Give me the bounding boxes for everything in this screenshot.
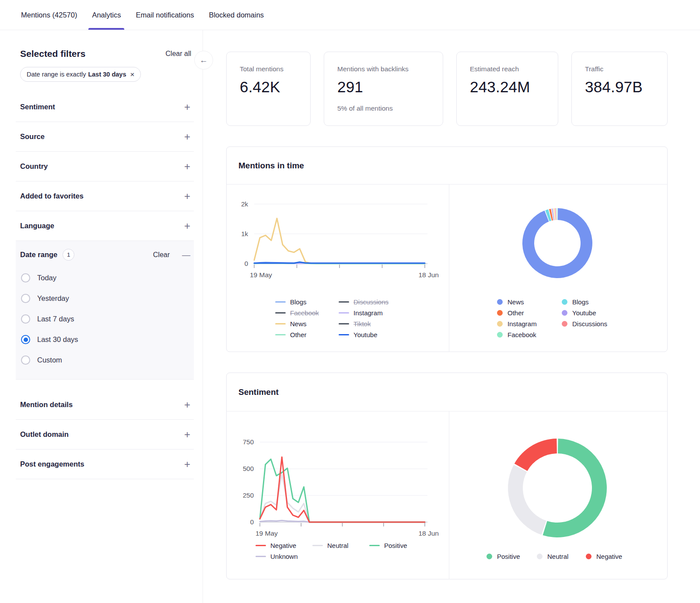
legend-item-discussions[interactable]: Discussions [562, 319, 607, 328]
sidebar-section-language[interactable]: Language+ [16, 211, 194, 241]
date-range-title: Date range [20, 251, 57, 259]
color-swatch [275, 323, 286, 324]
legend-label: Discussions [572, 320, 607, 328]
stat-card-value: 384.97B [585, 78, 654, 96]
donut-slice-facebook[interactable] [556, 208, 557, 220]
color-swatch [562, 321, 567, 327]
legend-label: Facebook [508, 331, 536, 338]
tab-mentions-42570[interactable]: Mentions (42570) [21, 0, 77, 30]
legend-item-positive[interactable]: Positive [369, 541, 407, 550]
section-title: Added to favorites [20, 192, 84, 200]
legend-label: Other [508, 309, 524, 317]
legend-label: Tiktok [354, 320, 371, 328]
color-swatch [312, 545, 323, 546]
stat-card-label: Traffic [585, 65, 654, 73]
plus-icon: + [184, 191, 190, 202]
sidebar-divider [203, 30, 203, 603]
donut-slice-neutral[interactable] [508, 465, 546, 535]
svg-text:19 May: 19 May [256, 530, 278, 537]
sources-donut-chart [449, 185, 668, 352]
legend-item-tiktok[interactable]: Tiktok [339, 319, 371, 328]
filter-sections-bottom: Mention details+Outlet domain+Post engag… [16, 390, 194, 479]
color-swatch [537, 554, 542, 559]
svg-text:500: 500 [243, 465, 254, 472]
donut-slice-news[interactable] [522, 208, 592, 278]
legend-label: Positive [497, 553, 520, 560]
radio-option-today[interactable]: Today [20, 268, 190, 288]
tab-blocked-domains[interactable]: Blocked domains [209, 0, 264, 30]
legend-item-youtube[interactable]: Youtube [339, 330, 378, 339]
tab-email-notifications[interactable]: Email notifications [136, 0, 194, 30]
stat-card-traffic: Traffic384.97B [571, 52, 668, 126]
mentions-line-chart: 01k2k19 May18 Jun [227, 185, 448, 352]
sidebar-section-added-to-favorites[interactable]: Added to favorites+ [16, 181, 194, 211]
legend-item-facebook[interactable]: Facebook [275, 308, 319, 317]
sidebar-section-source[interactable]: Source+ [16, 122, 194, 152]
legend-label: Negative [270, 542, 296, 549]
stat-card-mentions-with-backlinks: Mentions with backlinks2915% of all ment… [324, 52, 443, 126]
legend-item-negative[interactable]: Negative [586, 552, 622, 561]
legend-label: Other [290, 331, 307, 338]
sidebar-section-mention-details[interactable]: Mention details+ [16, 390, 194, 420]
donut-slice-discussions[interactable] [555, 208, 556, 220]
plus-icon: + [184, 429, 190, 440]
tab-analytics[interactable]: Analytics [92, 0, 121, 30]
legend-item-news[interactable]: News [275, 319, 307, 328]
sidebar-section-sentiment[interactable]: Sentiment+ [16, 92, 194, 122]
filter-chip-date-range[interactable]: Date range is exactly Last 30 days × [20, 67, 141, 82]
svg-text:750: 750 [243, 438, 254, 446]
legend-item-news[interactable]: News [497, 297, 524, 306]
legend-label: Instagram [354, 309, 383, 317]
section-title: Source [20, 132, 45, 141]
date-range-options: TodayYesterdayLast 7 daysLast 30 daysCus… [20, 268, 190, 370]
legend-item-youtube[interactable]: Youtube [562, 308, 596, 317]
plus-icon: + [184, 161, 190, 172]
date-range-count-badge: 1 [63, 249, 74, 261]
legend-item-blogs[interactable]: Blogs [562, 297, 589, 306]
legend-item-other[interactable]: Other [275, 330, 307, 339]
legend-item-facebook[interactable]: Facebook [497, 330, 536, 339]
svg-text:0: 0 [250, 518, 254, 526]
legend-label: News [290, 320, 307, 328]
plus-icon: + [184, 132, 190, 142]
legend-item-positive[interactable]: Positive [486, 552, 520, 561]
filter-sections-top: Sentiment+Source+Country+Added to favori… [16, 92, 194, 241]
stat-card-note: 5% of all mentions [337, 105, 430, 112]
legend-item-instagram[interactable]: Instagram [497, 319, 537, 328]
legend-item-blogs[interactable]: Blogs [275, 297, 307, 306]
radio-circle [21, 335, 30, 344]
radio-option-yesterday[interactable]: Yesterday [20, 288, 190, 309]
radio-option-custom[interactable]: Custom [20, 350, 190, 370]
filters-sidebar: Selected filters Clear all Date range is… [16, 30, 194, 479]
legend-item-instagram[interactable]: Instagram [339, 308, 383, 317]
chip-remove-icon[interactable]: × [130, 71, 134, 78]
legend-label: News [508, 298, 524, 306]
legend-item-unknown[interactable]: Unknown [256, 552, 298, 561]
sidebar-section-outlet-domain[interactable]: Outlet domain+ [16, 420, 194, 450]
donut-slice-negative[interactable] [514, 439, 557, 471]
color-swatch [486, 554, 492, 559]
date-range-clear-button[interactable]: Clear [153, 251, 170, 259]
color-swatch [339, 334, 349, 335]
sentiment-donut-section: PositiveNeutralNegative [449, 411, 668, 579]
date-range-header[interactable]: Date range 1 Clear — [20, 249, 190, 261]
section-title: Post engagements [20, 460, 84, 468]
back-arrow-icon: ← [200, 56, 208, 65]
legend-item-discussions[interactable]: Discussions [339, 297, 388, 306]
sidebar-section-post-engagements[interactable]: Post engagements+ [16, 450, 194, 479]
svg-text:19 May: 19 May [250, 271, 272, 279]
legend-item-neutral[interactable]: Neutral [537, 552, 568, 561]
collapse-sidebar-button[interactable]: ← [194, 51, 213, 70]
radio-label: Last 7 days [37, 315, 74, 323]
legend-item-other[interactable]: Other [497, 308, 524, 317]
section-title: Country [20, 162, 48, 171]
legend-item-neutral[interactable]: Neutral [312, 541, 348, 550]
sidebar-section-country[interactable]: Country+ [16, 152, 194, 181]
radio-option-last-30-days[interactable]: Last 30 days [20, 329, 190, 350]
clear-all-button[interactable]: Clear all [165, 50, 191, 58]
radio-option-last-7-days[interactable]: Last 7 days [20, 309, 190, 329]
legend-item-negative[interactable]: Negative [256, 541, 296, 550]
radio-label: Last 30 days [37, 335, 78, 344]
color-swatch [339, 301, 349, 303]
collapse-section-icon[interactable]: — [182, 250, 190, 260]
